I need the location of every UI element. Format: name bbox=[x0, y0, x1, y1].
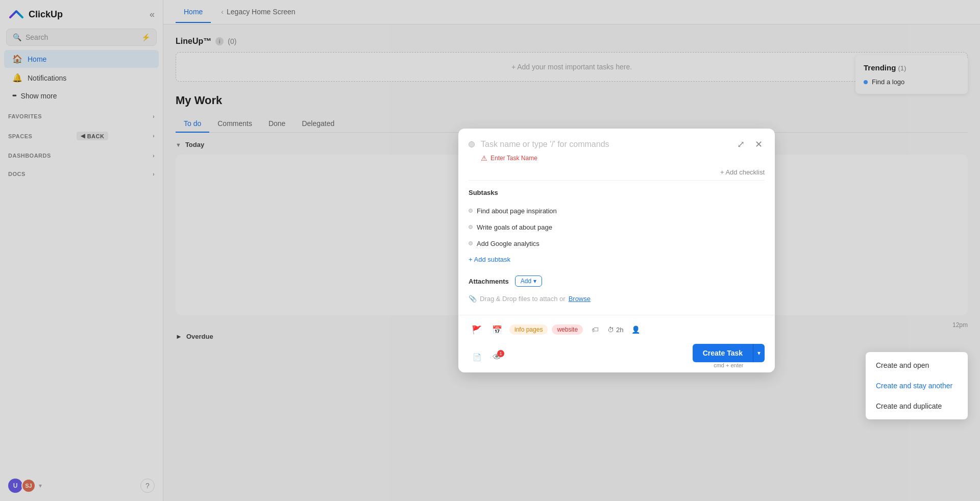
subtask-dot-icon bbox=[469, 225, 473, 229]
assign-button[interactable]: 👤 bbox=[628, 321, 644, 338]
create-task-dropdown-menu: Create and open Create and stay another … bbox=[866, 352, 968, 419]
close-modal-button[interactable]: ✕ bbox=[753, 137, 765, 152]
add-checklist-button[interactable]: + Add checklist bbox=[458, 164, 775, 180]
task-status-indicator bbox=[469, 141, 475, 147]
task-name-input[interactable] bbox=[481, 140, 729, 149]
subtasks-section: Subtasks Find about page inspiration ✏ 🗑… bbox=[458, 181, 775, 271]
dropdown-item-create-duplicate[interactable]: Create and duplicate bbox=[866, 396, 968, 416]
add-subtask-button[interactable]: + Add subtask bbox=[469, 256, 765, 263]
tag-button[interactable]: 🏷 bbox=[587, 321, 603, 338]
task-name-error: ⚠ Enter Task Name bbox=[458, 152, 775, 164]
create-task-btn-group: Create Task ▾ bbox=[693, 344, 765, 362]
subtask-text: Add Google analytics bbox=[477, 240, 540, 247]
subtask-item: Add Google analytics ✏ 🗑 bbox=[469, 235, 765, 252]
subtask-text: Write goals of about page bbox=[477, 223, 552, 231]
add-attachment-button[interactable]: Add ▾ bbox=[515, 275, 542, 287]
tag-website[interactable]: website bbox=[552, 324, 583, 335]
create-task-dropdown-button[interactable]: ▾ bbox=[753, 344, 765, 362]
subtask-delete-button[interactable]: 🗑 bbox=[755, 238, 765, 248]
dropdown-item-create-open[interactable]: Create and open bbox=[866, 355, 968, 375]
subtask-dot-icon bbox=[469, 209, 473, 213]
file-drop-zone: 📎 Drag & Drop files to attach or Browse bbox=[469, 291, 765, 307]
attachments-title: Attachments bbox=[469, 278, 509, 285]
dropdown-item-create-another[interactable]: Create and stay another bbox=[866, 375, 968, 396]
doc-button[interactable]: 📄 bbox=[469, 349, 485, 365]
subtask-text: Find about page inspiration bbox=[477, 207, 557, 215]
browse-link[interactable]: Browse bbox=[569, 295, 591, 303]
subtask-delete-button[interactable]: 🗑 bbox=[755, 222, 765, 232]
subtask-edit-button[interactable]: ✏ bbox=[745, 238, 753, 248]
keyboard-shortcut-hint: cmd + enter bbox=[714, 362, 743, 370]
subtask-edit-button[interactable]: ✏ bbox=[745, 222, 753, 232]
flag-button[interactable]: 🚩 bbox=[469, 321, 485, 338]
subtask-edit-button[interactable]: ✏ bbox=[745, 206, 753, 216]
subtasks-title: Subtasks bbox=[469, 189, 765, 196]
tag-info-pages[interactable]: info pages bbox=[509, 324, 548, 335]
error-icon: ⚠ bbox=[481, 154, 487, 162]
expand-modal-button[interactable]: ⤢ bbox=[735, 137, 747, 152]
subtask-dot-icon bbox=[469, 241, 473, 245]
watcher-container: 👁 1 bbox=[489, 349, 505, 365]
subtask-item: Find about page inspiration ✏ 🗑 bbox=[469, 203, 765, 219]
modal-footer: 🚩 📅 info pages website 🏷 ⏱ 2h 👤 bbox=[458, 315, 775, 344]
clock-icon: ⏱ bbox=[607, 326, 614, 334]
subtask-delete-button[interactable]: 🗑 bbox=[755, 206, 765, 216]
attachments-section: Attachments Add ▾ 📎 Drag & Drop files to… bbox=[458, 271, 775, 315]
subtask-item: Write goals of about page ✏ 🗑 bbox=[469, 219, 765, 235]
watcher-count-badge: 1 bbox=[497, 350, 504, 357]
calendar-button[interactable]: 📅 bbox=[489, 321, 505, 338]
create-task-group: Create Task ▾ cmd + enter bbox=[693, 344, 765, 370]
modal-bottom-row: 📄 👁 1 Create Task ▾ cmd + enter bbox=[458, 344, 775, 372]
create-task-button[interactable]: Create Task bbox=[693, 344, 753, 362]
chevron-down-icon: ▾ bbox=[533, 278, 536, 285]
attachment-icon: 📎 bbox=[469, 295, 477, 303]
time-estimate[interactable]: ⏱ 2h bbox=[607, 326, 623, 334]
task-creation-modal: ⤢ ✕ ⚠ Enter Task Name + Add checklist Su… bbox=[458, 129, 775, 372]
modal-header: ⤢ ✕ bbox=[458, 129, 775, 152]
